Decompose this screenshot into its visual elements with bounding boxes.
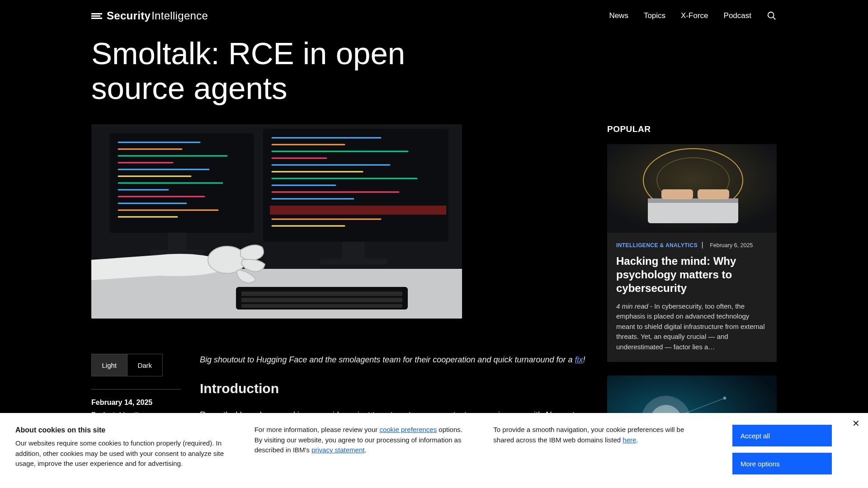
hero-image [91,124,462,319]
close-icon[interactable]: ✕ [850,418,862,429]
card-category[interactable]: INTELLIGENCE & ANALYTICS [616,242,698,249]
primary-nav: News Topics X-Force Podcast [609,11,777,21]
cookie-text-2a: For more information, please review your [255,426,380,433]
cookie-text-3a: To provide a smooth navigation, your coo… [493,426,684,444]
svg-rect-28 [270,206,446,215]
svg-rect-33 [342,242,365,260]
theme-light-button[interactable]: Light [92,354,127,376]
cookie-heading: About cookies on this site [15,425,227,436]
nav-news[interactable]: News [609,11,628,20]
svg-rect-34 [320,259,387,264]
nav-podcast[interactable]: Podcast [724,11,751,20]
domains-link[interactable]: here [623,436,636,444]
cookie-actions: Accept all More options [732,425,854,474]
accept-all-button[interactable]: Accept all [732,425,832,446]
page-title: Smoltalk: RCE in open source agents [91,36,498,106]
theme-dark-button[interactable]: Dark [127,354,163,376]
article-lede: Big shoutout to Hugging Face and the smo… [200,354,588,366]
search-icon[interactable] [767,11,777,21]
card-readtime: 4 min read [616,302,648,310]
publish-date: February 14, 2025 [91,399,181,407]
card-excerpt: 4 min read - In cybersecurity, too often… [616,301,768,352]
cookie-banner: About cookies on this site Our websites … [0,413,868,488]
lede-fix-link[interactable]: fix [575,355,583,364]
more-options-button[interactable]: More options [732,453,832,474]
nav-topics[interactable]: Topics [644,11,665,20]
nav-xforce[interactable]: X-Force [681,11,708,20]
card-date: February 6, 2025 [710,242,753,249]
cookie-text-2c: . [364,446,366,454]
cookie-pref-link[interactable]: cookie preferences [379,426,437,433]
sidebar-heading: POPULAR [607,124,777,134]
section-heading: Introduction [200,378,588,399]
card-title[interactable]: Hacking the mind: Why psychology matters… [616,254,768,295]
svg-rect-38 [241,304,402,308]
meta-divider [91,389,181,389]
svg-rect-46 [698,189,729,199]
privacy-link[interactable]: privacy statement [311,446,365,454]
cookie-col-1: About cookies on this site Our websites … [15,425,227,474]
cookie-col-2: For more information, please review your… [255,425,467,474]
cookie-text-3b: . [636,436,638,444]
popular-card[interactable]: INTELLIGENCE & ANALYTICS | February 6, 2… [607,144,777,362]
lede-suffix: ! [583,355,585,364]
svg-rect-36 [241,291,402,296]
svg-point-51 [723,397,726,399]
brand-mark-icon [91,13,102,19]
cookie-col-3: To provide a smooth navigation, your coo… [493,425,705,474]
card-image [607,144,777,233]
svg-rect-31 [168,233,186,251]
cookie-text-1: Our websites require some cookies to fun… [15,439,224,467]
brand-word-thin: Intelligence [151,9,208,22]
svg-line-1 [773,17,775,19]
lede-text: Big shoutout to Hugging Face and the smo… [200,355,575,364]
svg-rect-45 [661,189,693,199]
brand-word-bold: Security [107,9,151,22]
brand-logo[interactable]: Security Intelligence [91,9,208,22]
svg-point-0 [768,12,774,18]
svg-rect-37 [241,298,402,302]
theme-toggle: Light Dark [91,354,163,376]
card-separator: | [702,241,703,249]
